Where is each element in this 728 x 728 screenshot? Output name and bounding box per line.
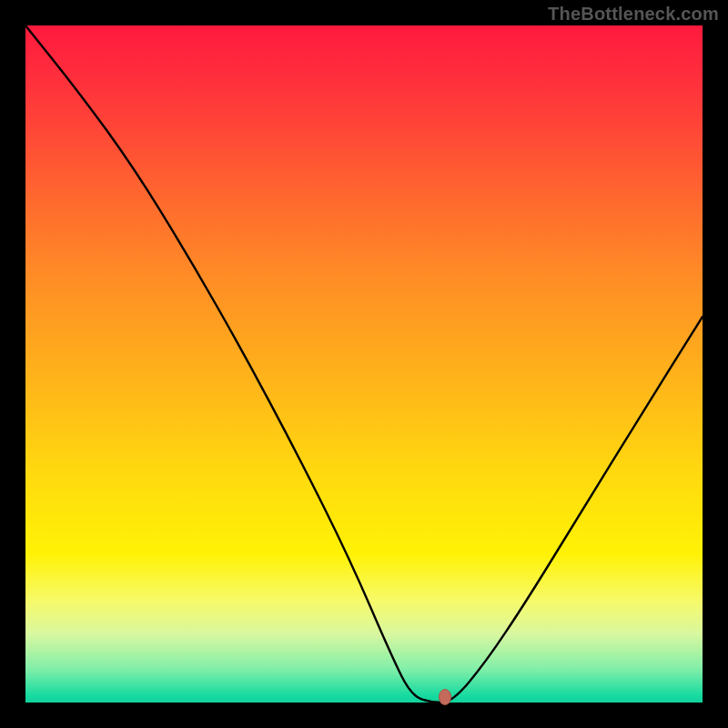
chart-stage: TheBottleneck.com: [0, 0, 728, 728]
plot-area: [25, 25, 703, 703]
watermark-text: TheBottleneck.com: [548, 4, 719, 25]
optimal-marker: [439, 689, 451, 705]
bottleneck-curve-path: [25, 25, 703, 703]
curve-svg: [25, 25, 703, 703]
